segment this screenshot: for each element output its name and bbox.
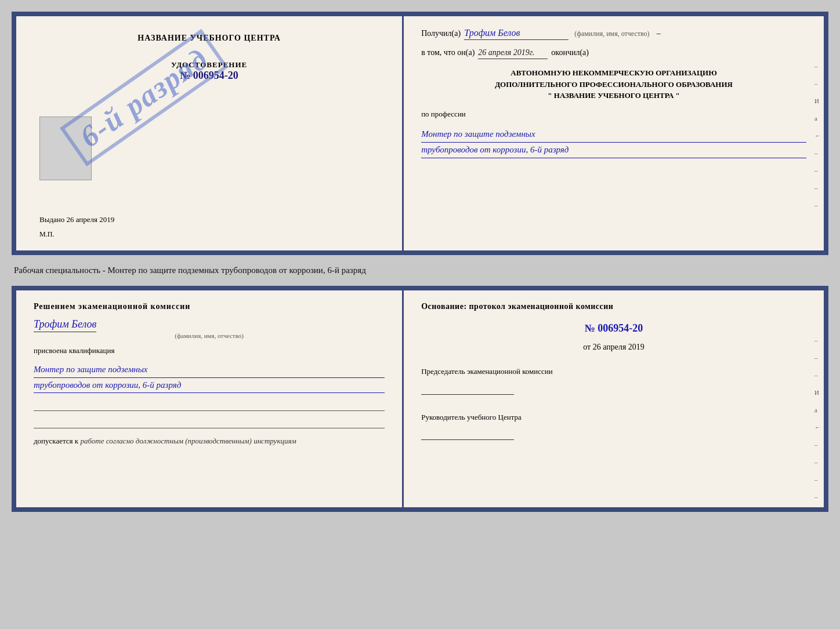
assigned-text: присвоена квалификация [34, 346, 385, 355]
org-line3: " НАЗВАНИЕ УЧЕБНОГО ЦЕНТРА " [421, 90, 806, 101]
top-certificate: НАЗВАНИЕ УЧЕБНОГО ЦЕНТРА УДОСТОВЕРЕНИЕ №… [12, 12, 828, 255]
mp-text: М.П. [39, 230, 54, 239]
bottom-right-edge-marks: – – – И а ← – – – – [814, 337, 821, 500]
received-name: Трофим Белов [464, 28, 569, 40]
basis-title: Основание: протокол экаменационной комис… [421, 302, 806, 311]
director-section: Руководитель учебного Центра [421, 412, 806, 441]
received-row: Получил(а) Трофим Белов (фамилия, имя, о… [421, 28, 806, 40]
cert-number: № 006954-20 [171, 70, 247, 82]
page-wrapper: НАЗВАНИЕ УЧЕБНОГО ЦЕНТРА УДОСТОВЕРЕНИЕ №… [12, 12, 828, 512]
protocol-number: № 006954-20 [421, 322, 806, 335]
date-value: 26 апреля 2019г. [478, 48, 548, 59]
person-name-bottom: Трофим Белов [34, 318, 96, 332]
chairman-section: Председатель экаменационной комиссии [421, 366, 806, 395]
org-block: АВТОНОМНУЮ НЕКОММЕРЧЕСКУЮ ОРГАНИЗАЦИЮ ДО… [421, 67, 806, 101]
допуск-prefix: допускается к [34, 437, 78, 445]
issued-row: Выдано 26 апреля 2019 [39, 215, 114, 227]
name-hint-bottom: (фамилия, имя, отчество) [34, 332, 385, 339]
date-row: в том, что он(а) 26 апреля 2019г. окончи… [421, 48, 806, 59]
udostoverenie-label: УДОСТОВЕРЕНИЕ [171, 60, 247, 70]
допуск-row: допускается к работе согласно должностны… [34, 435, 385, 447]
допуск-italic: работе согласно должностным (производств… [80, 437, 296, 445]
cert-bottom-right: Основание: протокол экаменационной комис… [404, 290, 824, 507]
cert-top-left: НАЗВАНИЕ УЧЕБНОГО ЦЕНТРА УДОСТОВЕРЕНИЕ №… [16, 16, 404, 250]
org-line1: АВТОНОМНУЮ НЕКОММЕРЧЕСКУЮ ОРГАНИЗАЦИЮ [421, 67, 806, 79]
protocol-date-prefix: от [583, 343, 591, 351]
extra-line-1 [34, 403, 385, 411]
director-signature-line [421, 428, 514, 440]
chairman-title: Председатель экаменационной комиссии [421, 366, 806, 377]
photo-placeholder [39, 117, 92, 180]
cert-number-box: УДОСТОВЕРЕНИЕ № 006954-20 [171, 60, 247, 82]
profession-value1: Монтер по защите подземных [421, 127, 806, 143]
protocol-date-value: 26 апреля 2019 [593, 343, 645, 351]
top-center-title: НАЗВАНИЕ УЧЕБНОГО ЦЕНТРА [137, 34, 280, 43]
decision-title: Решением экаменационной комиссии [34, 302, 385, 311]
org-line2: ДОПОЛНИТЕЛЬНОГО ПРОФЕССИОНАЛЬНОГО ОБРАЗО… [421, 79, 806, 90]
date-suffix: окончил(а) [551, 48, 589, 57]
profession-value2: трубопроводов от коррозии, 6-й разряд [421, 143, 806, 158]
chairman-signature-line [421, 383, 514, 395]
issued-date: 26 апреля 2019 [67, 215, 115, 224]
director-title: Руководитель учебного Центра [421, 412, 806, 423]
cert-bottom-left: Решением экаменационной комиссии Трофим … [16, 290, 404, 507]
received-prefix: Получил(а) [421, 29, 461, 38]
date-prefix: в том, что он(а) [421, 48, 475, 57]
qual-line1: Монтер по защите подземных [34, 362, 385, 378]
protocol-date: от 26 апреля 2019 [421, 343, 806, 352]
extra-lines [34, 403, 385, 428]
cert-top-right: Получил(а) Трофим Белов (фамилия, имя, о… [404, 16, 824, 250]
issued-label: Выдано [39, 215, 64, 224]
qual-line2: трубопроводов от коррозии, 6-й разряд [34, 378, 385, 394]
name-hint-top: (фамилия, имя, отчество) [574, 30, 649, 38]
middle-text: Рабочая специальность - Монтер по защите… [12, 261, 828, 280]
bottom-certificate: Решением экаменационной комиссии Трофим … [12, 286, 828, 512]
right-edge-marks: – – И а ← – – – – [814, 63, 821, 209]
profession-label: по профессии [421, 110, 806, 119]
extra-line-2 [34, 420, 385, 428]
person-name-bottom-wrapper: Трофим Белов (фамилия, имя, отчество) [34, 318, 385, 339]
